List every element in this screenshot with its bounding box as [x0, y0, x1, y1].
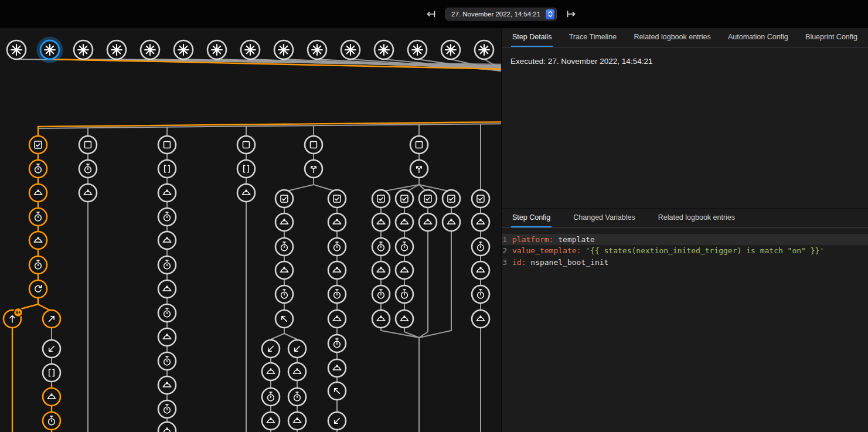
trace-node-bell[interactable]: [472, 310, 489, 328]
trace-node-bell[interactable]: [396, 213, 413, 231]
trace-node-asterisk[interactable]: [241, 40, 260, 59]
tab-step-details[interactable]: Step Details: [511, 28, 553, 47]
trace-node-bell[interactable]: [237, 184, 255, 202]
trace-node-timer[interactable]: [288, 388, 306, 406]
trace-node-bell[interactable]: [79, 184, 97, 202]
trace-node-asterisk[interactable]: [408, 40, 427, 59]
trace-node-bell[interactable]: [472, 213, 489, 231]
trace-node-arrow-top-right[interactable]: [43, 310, 60, 328]
trace-node-asterisk[interactable]: [341, 40, 360, 59]
trace-node-bell[interactable]: [328, 213, 346, 231]
trace-node-bell[interactable]: [396, 261, 413, 279]
trace-node-timer[interactable]: [43, 412, 60, 430]
trace-node-checkbox-blank[interactable]: [79, 136, 97, 154]
trace-node-bell[interactable]: [328, 310, 346, 328]
trace-node-timer[interactable]: [158, 400, 176, 418]
trace-node-timer[interactable]: [262, 388, 280, 406]
trace-node-bell[interactable]: [328, 261, 346, 279]
trace-node-bell[interactable]: [275, 261, 293, 279]
trace-node-timer[interactable]: [472, 238, 489, 256]
trace-node-arrow-up[interactable]: 9+: [4, 308, 23, 328]
trace-node-bell[interactable]: [372, 261, 390, 279]
trace-node-call-split[interactable]: [305, 160, 322, 178]
trace-graph[interactable]: 9+: [0, 28, 501, 432]
trace-node-asterisk[interactable]: [74, 40, 93, 59]
trace-node-bell[interactable]: [262, 363, 280, 380]
trace-node-refresh[interactable]: [29, 280, 47, 298]
trace-node-bell[interactable]: [158, 184, 176, 202]
trace-node-timer[interactable]: [29, 160, 47, 178]
trace-node-timer[interactable]: [158, 208, 176, 226]
trace-node-bell[interactable]: [419, 213, 437, 231]
trace-node-code-brackets[interactable]: [158, 160, 176, 178]
tab-related-logbook-entries[interactable]: Related logbook entries: [632, 28, 712, 47]
trace-node-timer[interactable]: [396, 238, 413, 256]
trace-graph-area[interactable]: 9+: [0, 28, 501, 432]
trace-node-checkbox-blank[interactable]: [410, 136, 428, 154]
trace-node-checkbox-marked[interactable]: [275, 190, 293, 208]
trace-node-checkbox-marked[interactable]: [472, 190, 489, 208]
tab-automation-config[interactable]: Automation Config: [727, 28, 789, 47]
trace-node-checkbox-marked[interactable]: [328, 190, 346, 208]
trace-node-asterisk[interactable]: [441, 40, 460, 59]
trace-node-arrow-bottom-left[interactable]: [262, 340, 280, 358]
trace-node-asterisk[interactable]: [375, 40, 393, 59]
trace-node-bell[interactable]: [396, 310, 413, 328]
trace-node-bell[interactable]: [288, 363, 306, 380]
trace-node-bell[interactable]: [472, 261, 489, 279]
trace-node-timer[interactable]: [275, 285, 293, 303]
trace-node-bell[interactable]: [288, 412, 306, 430]
trace-node-timer[interactable]: [328, 285, 346, 303]
trace-run-select[interactable]: 27. November 2022, 14:54:21: [445, 8, 557, 21]
trace-node-asterisk[interactable]: [207, 40, 226, 59]
trace-node-arrow-bottom-left[interactable]: [43, 340, 60, 358]
trace-node-checkbox-marked[interactable]: [372, 190, 390, 208]
trace-node-bell[interactable]: [158, 376, 176, 394]
trace-node-checkbox-marked[interactable]: [442, 190, 460, 208]
trace-node-bell[interactable]: [158, 280, 176, 298]
trace-node-asterisk[interactable]: [475, 40, 493, 59]
trace-node-timer[interactable]: [328, 238, 346, 256]
trace-node-timer[interactable]: [29, 208, 47, 226]
trace-node-asterisk[interactable]: [274, 40, 293, 59]
trace-node-checkbox-blank[interactable]: [237, 136, 255, 154]
trace-node-bell[interactable]: [372, 213, 390, 231]
trace-node-asterisk[interactable]: [174, 40, 193, 59]
trace-node-bell[interactable]: [262, 412, 280, 430]
trace-node-checkbox-marked[interactable]: [419, 190, 437, 208]
trace-node-asterisk[interactable]: [38, 38, 62, 62]
trace-node-timer[interactable]: [158, 256, 176, 274]
trace-node-checkbox-blank[interactable]: [158, 136, 176, 154]
trace-node-timer[interactable]: [372, 285, 390, 303]
trace-node-call-split[interactable]: [410, 160, 428, 178]
trace-node-bell[interactable]: [275, 213, 293, 231]
tab-related-logbook-entries[interactable]: Related logbook entries: [657, 209, 736, 227]
previous-trace-button[interactable]: [423, 6, 438, 22]
trace-node-timer[interactable]: [372, 238, 390, 256]
trace-node-code-brackets[interactable]: [43, 364, 60, 382]
trace-node-checkbox-blank[interactable]: [305, 136, 322, 154]
trace-node-bell[interactable]: [328, 359, 346, 377]
tab-step-config[interactable]: Step Config: [511, 209, 552, 227]
trace-node-asterisk[interactable]: [107, 40, 126, 59]
trace-node-arrow-bottom-left[interactable]: [288, 340, 306, 358]
next-trace-button[interactable]: [564, 6, 579, 22]
trace-node-bell[interactable]: [372, 310, 390, 328]
trace-node-code-brackets[interactable]: [237, 160, 255, 178]
trace-node-arrow-top-left[interactable]: [275, 310, 293, 328]
trace-node-asterisk[interactable]: [308, 40, 326, 59]
trace-node-bell[interactable]: [158, 232, 176, 249]
trace-node-bell[interactable]: [43, 388, 60, 406]
trace-node-arrow-top-left[interactable]: [328, 382, 346, 400]
trace-node-timer[interactable]: [328, 335, 346, 352]
trace-node-timer[interactable]: [275, 238, 293, 256]
tab-trace-timeline[interactable]: Trace Timeline: [568, 28, 618, 47]
trace-node-timer[interactable]: [29, 256, 47, 274]
trace-node-bell[interactable]: [158, 328, 176, 346]
trace-node-asterisk[interactable]: [7, 40, 26, 59]
trace-node-checkbox-marked[interactable]: [29, 136, 47, 154]
trace-node-bell[interactable]: [442, 213, 460, 231]
trace-node-timer[interactable]: [472, 285, 489, 303]
tab-changed-variables[interactable]: Changed Variables: [572, 209, 636, 227]
trace-node-bell[interactable]: [158, 422, 176, 432]
